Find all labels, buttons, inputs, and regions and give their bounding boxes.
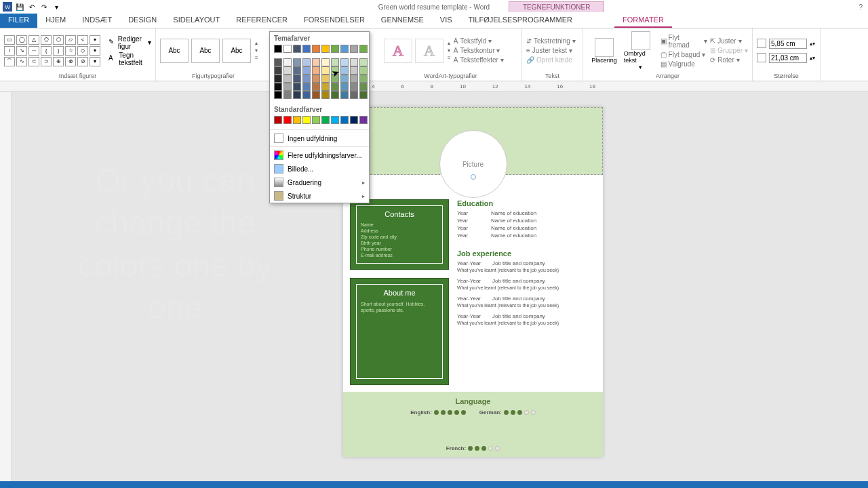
color-swatch[interactable] [312,116,320,124]
color-swatch[interactable] [302,45,311,53]
tab-design[interactable]: DESIGN [120,14,165,28]
draw-textbox-button[interactable]: ATegn tekstfelt [108,52,151,66]
color-swatch[interactable] [312,45,320,53]
color-swatch[interactable] [331,116,339,124]
text-effects-button[interactable]: A Teksteffekter ▾ [454,56,504,64]
bring-forward-button[interactable]: ▣ Flyt fremad ▾ [660,34,708,49]
tab-review[interactable]: GENNEMSE [373,14,432,28]
align-text-button[interactable]: ≡ Juster tekst ▾ [526,47,576,54]
tab-references[interactable]: REFERENCER [228,14,296,28]
picture-placeholder[interactable]: Picture [439,130,507,198]
color-swatch[interactable] [331,83,339,91]
style-preview[interactable]: Abc [222,39,251,63]
shape-gallery[interactable]: ▭◯△⬠⬡▱<▾ /↘↔{}☆◇▾ ⌒∿⊂⊃⊕⊗⊘▾ [4,35,100,66]
color-swatch[interactable] [359,45,368,53]
gallery-more-icon[interactable]: ▴▾≡ [448,40,451,61]
qat-more-icon[interactable]: ▾ [52,2,61,12]
shape-style-gallery[interactable]: Abc Abc Abc [160,39,251,63]
contacts-box[interactable]: Contacts NameAddressZip code and cityBir… [350,199,449,270]
color-swatch[interactable] [321,45,330,53]
color-swatch[interactable] [312,91,320,99]
color-swatch[interactable] [340,83,349,91]
color-swatch[interactable] [359,91,368,99]
color-swatch[interactable] [331,91,339,99]
color-swatch[interactable] [302,116,311,124]
color-swatch[interactable] [359,75,368,83]
edit-shape-button[interactable]: ✎Rediger figur ▾ [108,35,151,50]
text-outline-button[interactable]: A Tekstkontur ▾ [454,47,504,54]
position-button[interactable]: Placering [587,38,621,64]
color-swatch[interactable] [274,83,282,91]
color-swatch[interactable] [283,45,292,53]
wordart-gallery[interactable]: A A [384,39,443,63]
gradient-fill-item[interactable]: Graduering [270,176,369,189]
text-fill-button[interactable]: A Tekstfyld ▾ [454,37,504,45]
selection-handle-icon[interactable] [471,174,476,180]
wordart-preview[interactable]: A [384,39,412,63]
color-swatch[interactable] [340,75,349,83]
height-input[interactable] [769,39,807,49]
color-swatch[interactable] [283,116,292,124]
color-swatch[interactable] [274,45,282,53]
color-swatch[interactable] [293,75,301,83]
save-icon[interactable]: 💾 [15,2,24,12]
color-swatch[interactable] [321,75,330,83]
color-swatch[interactable] [350,66,358,75]
rotate-button[interactable]: ⟳ Roter ▾ [710,56,748,64]
color-swatch[interactable] [283,91,292,99]
redo-icon[interactable]: ↷ [39,2,49,12]
style-preview[interactable]: Abc [160,39,189,63]
color-swatch[interactable] [331,45,339,53]
texture-fill-item[interactable]: Struktur [270,189,369,203]
color-swatch[interactable] [302,91,311,99]
color-swatch[interactable] [293,116,301,124]
wrap-text-button[interactable]: Ombryd tekst ▾ [624,31,658,70]
color-swatch[interactable] [312,83,320,91]
wordart-preview[interactable]: A [415,39,443,63]
color-swatch[interactable] [340,66,349,75]
color-swatch[interactable] [274,116,282,124]
text-direction-button[interactable]: ⇵ Tekstretning ▾ [526,37,576,45]
tab-insert[interactable]: INDSÆT [74,14,120,28]
color-swatch[interactable] [302,83,311,91]
color-swatch[interactable] [359,58,368,66]
tab-file[interactable]: FILER [0,14,37,28]
tab-mailings[interactable]: FORSENDELSER [296,14,373,28]
selection-pane-button[interactable]: ▤ Valgrude [660,60,708,68]
help-icon[interactable]: ? [859,3,863,11]
color-swatch[interactable] [293,58,301,66]
color-swatch[interactable] [283,66,292,75]
color-swatch[interactable] [321,58,330,66]
tab-home[interactable]: HJEM [37,14,74,28]
color-swatch[interactable] [331,58,339,66]
color-swatch[interactable] [340,45,349,53]
color-swatch[interactable] [274,66,282,75]
color-swatch[interactable] [302,66,311,75]
undo-icon[interactable]: ↶ [27,2,37,12]
tab-view[interactable]: VIS [432,14,460,28]
about-box[interactable]: About me Short about yourself. Hobbies, … [350,278,449,385]
color-swatch[interactable] [293,83,301,91]
color-swatch[interactable] [340,116,349,124]
color-swatch[interactable] [359,116,368,124]
spinner-icon[interactable]: ▴▾ [810,55,815,61]
color-swatch[interactable] [350,75,358,83]
color-swatch[interactable] [293,66,301,75]
vertical-ruler[interactable] [0,92,12,488]
color-swatch[interactable] [350,58,358,66]
color-swatch[interactable] [293,45,301,53]
color-swatch[interactable] [283,83,292,91]
color-swatch[interactable] [302,75,311,83]
tab-format[interactable]: FORMATÉR [614,14,672,28]
color-swatch[interactable] [302,58,311,66]
color-swatch[interactable] [350,45,358,53]
align-button[interactable]: ⇱ Juster ▾ [710,37,748,45]
style-preview[interactable]: Abc [191,39,220,63]
more-colors-item[interactable]: Flere udfyldningsfarver... [270,148,369,162]
tab-addins[interactable]: TILFØJELSESPROGRAMMER [460,14,580,28]
color-swatch[interactable] [312,58,320,66]
color-swatch[interactable] [312,66,320,75]
create-link-button[interactable]: 🔗 Opret kæde [526,56,576,64]
color-swatch[interactable] [274,58,282,66]
spinner-icon[interactable]: ▴▾ [810,41,815,47]
